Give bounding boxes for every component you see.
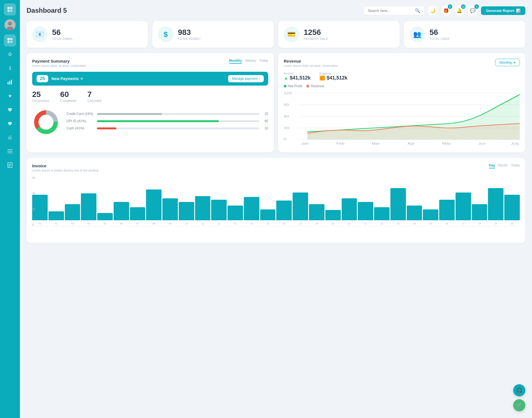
generate-report-label: Generate Report	[486, 9, 514, 13]
search-box[interactable]: 🔍	[364, 6, 424, 15]
invoice-panel: Invoice Lorem Ipsum is simply dummy text…	[27, 158, 525, 243]
svg-text:90: 90	[284, 103, 289, 106]
generate-report-button[interactable]: Generate Report 📊	[481, 6, 525, 15]
tab-weekly[interactable]: Weekly	[245, 59, 256, 64]
x-label-4: 05	[97, 222, 113, 225]
stat-card-3: 👥 56 TOTAL USER	[404, 21, 525, 48]
x-label-3: 04	[81, 222, 96, 225]
svg-rect-8	[10, 38, 12, 40]
sidebar-item-reports[interactable]	[4, 159, 16, 171]
sidebar-item-favorites[interactable]: ★	[4, 90, 16, 102]
svg-rect-13	[11, 80, 12, 84]
completed-label: Completed	[60, 99, 76, 103]
tab-monthly[interactable]: Monthly	[229, 59, 242, 64]
svg-text:July: July	[511, 142, 519, 145]
x-label-15: 16	[276, 222, 292, 225]
sidebar-item-menu[interactable]	[4, 145, 16, 157]
sidebar-item-print[interactable]: 🖨	[4, 131, 16, 143]
sidebar-item-hearts[interactable]	[4, 117, 16, 130]
invoice-bar-10	[195, 196, 211, 220]
svg-rect-12	[9, 81, 10, 84]
chat-btn[interactable]: 💬 5	[468, 6, 478, 16]
sidebar-logo[interactable]	[4, 3, 16, 16]
x-label-26: 27	[456, 222, 471, 225]
svg-text:60: 60	[284, 115, 289, 118]
svg-text:May: May	[442, 142, 451, 145]
invoice-bar-18	[325, 210, 341, 220]
stat-card-0: 📧 56 TOTAL EMAIL	[27, 21, 148, 48]
svg-rect-11	[7, 82, 9, 84]
expense-label: Expense	[319, 72, 347, 75]
invoice-bar-15	[276, 201, 292, 220]
invoice-header: Invoice Lorem Ipsum is simply dummy text…	[32, 163, 520, 172]
fab-group: 🎧 🛒	[513, 384, 525, 411]
stat-label-3: TOTAL USER	[429, 37, 450, 40]
payment-bars: Credit Card (24%) 25 UPI ID (41%) 60 Cas…	[66, 112, 268, 134]
svg-text:Jan: Jan	[301, 142, 309, 145]
payment-summary-header: Payment Summary Lorem ipsum dolor sit am…	[32, 59, 268, 67]
invoice-chart-inner: 0102030405060708091011121314151617181920…	[32, 176, 520, 226]
manage-payment-text: Manage payment	[232, 77, 258, 81]
bar-val-0: 25	[262, 112, 268, 116]
income-amount: $41,512k	[290, 75, 311, 81]
sidebar-item-info[interactable]: ℹ	[4, 62, 16, 74]
svg-text:Mar: Mar	[372, 142, 380, 145]
x-label-1: 02	[48, 222, 64, 225]
invoice-bar-14	[260, 209, 276, 220]
chevron-down-icon: ▾	[514, 60, 516, 65]
theme-toggle[interactable]: 🌙	[428, 6, 438, 16]
sidebar-item-settings[interactable]: ⚙	[4, 48, 16, 60]
gift-btn[interactable]: 🎁 2	[441, 6, 451, 16]
main-content: Dashboard 5 🔍 🌙 🎁 2 🔔 12 💬 5 Generate Re…	[20, 0, 532, 418]
net-profit-dot	[284, 85, 287, 88]
payment-summary-subtitle: Lorem ipsum dolor sit amet, consectetur	[32, 64, 86, 67]
bar-fill-2	[97, 127, 116, 129]
revenue-title: Revenue	[284, 59, 338, 63]
support-fab[interactable]: 🎧	[513, 384, 525, 396]
canceled-value: 7	[87, 90, 101, 99]
revenue-dot	[306, 85, 309, 88]
x-label-6: 07	[130, 222, 145, 225]
sidebar-item-dashboard[interactable]	[4, 34, 16, 47]
invoice-title: Invoice	[32, 163, 98, 168]
invoice-chart-wrap: 60 40 20 0 01020304050607080910111213141…	[32, 176, 520, 237]
revenue-monthly-btn[interactable]: Monthly ▾	[495, 59, 520, 66]
manage-payment-link[interactable]: Manage payment ›	[228, 75, 264, 82]
completed-value: 60	[60, 90, 76, 99]
sidebar-item-analytics[interactable]	[4, 76, 16, 88]
svg-rect-10	[10, 41, 12, 43]
svg-rect-7	[7, 38, 10, 40]
tab-month[interactable]: Month	[498, 163, 508, 168]
x-label-27: 28	[472, 222, 487, 225]
stat-number-3: 56	[429, 28, 450, 37]
payment-bottom: Credit Card (24%) 25 UPI ID (41%) 60 Cas…	[32, 108, 268, 137]
x-label-21: 22	[374, 222, 390, 225]
sidebar-item-likes[interactable]	[4, 104, 16, 116]
user-avatar[interactable]	[4, 19, 16, 30]
invoice-bar-28	[488, 188, 503, 220]
bell-btn[interactable]: 🔔 12	[454, 6, 464, 16]
bar-track-1	[97, 120, 259, 122]
payment-bar-row-2: Cash (41%) 10	[66, 126, 268, 130]
x-label-10: 11	[195, 222, 211, 225]
stat-label-1: TOTAL MONEY	[178, 37, 201, 40]
x-label-11: 12	[211, 222, 227, 225]
svg-rect-18	[9, 164, 11, 165]
invoice-bar-20	[358, 202, 373, 220]
new-payments-dot	[81, 78, 83, 80]
revenue-stats: Income ▲ $41,512k Expense 🟧 $41,512k	[284, 72, 520, 81]
tab-day[interactable]: Day	[489, 163, 495, 168]
y-label-0: 0	[32, 223, 40, 226]
stat-label-0: TOTAL EMAIL	[52, 37, 73, 40]
cart-fab[interactable]: 🛒	[513, 399, 525, 411]
bar-label-1: UPI ID (41%)	[66, 119, 94, 123]
tab-today[interactable]: Today	[259, 59, 268, 64]
bar-val-2: 10	[262, 126, 268, 130]
search-input[interactable]	[368, 9, 413, 13]
search-icon: 🔍	[415, 8, 420, 13]
invoice-titles: Invoice Lorem Ipsum is simply dummy text…	[32, 163, 98, 172]
tab-today[interactable]: Today	[511, 163, 520, 168]
x-label-14: 15	[260, 222, 276, 225]
payment-summary-titles: Payment Summary Lorem ipsum dolor sit am…	[32, 59, 86, 67]
donut-svg	[32, 108, 60, 136]
